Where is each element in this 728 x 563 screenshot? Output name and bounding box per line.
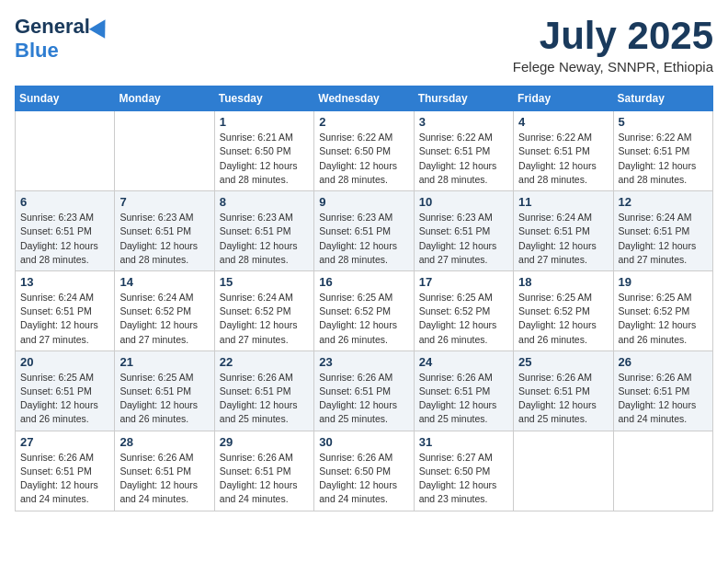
day-cell: 16Sunrise: 6:25 AMSunset: 6:52 PMDayligh… bbox=[314, 270, 414, 350]
day-detail: Sunrise: 6:26 AMSunset: 6:51 PMDaylight:… bbox=[119, 451, 209, 507]
day-detail: Sunrise: 6:26 AMSunset: 6:51 PMDaylight:… bbox=[518, 371, 608, 427]
day-cell bbox=[514, 431, 613, 511]
day-cell: 12Sunrise: 6:24 AMSunset: 6:51 PMDayligh… bbox=[613, 191, 712, 271]
day-number: 6 bbox=[20, 195, 109, 209]
day-detail: Sunrise: 6:26 AMSunset: 6:51 PMDaylight:… bbox=[20, 451, 109, 507]
day-cell: 31Sunrise: 6:27 AMSunset: 6:50 PMDayligh… bbox=[414, 431, 513, 511]
day-cell: 11Sunrise: 6:24 AMSunset: 6:51 PMDayligh… bbox=[514, 191, 613, 271]
day-cell: 8Sunrise: 6:23 AMSunset: 6:51 PMDaylight… bbox=[214, 191, 313, 271]
day-number: 30 bbox=[319, 435, 408, 449]
day-cell: 7Sunrise: 6:23 AMSunset: 6:51 PMDaylight… bbox=[115, 191, 214, 271]
day-number: 11 bbox=[518, 195, 608, 209]
day-number: 19 bbox=[619, 275, 708, 289]
day-cell: 15Sunrise: 6:24 AMSunset: 6:52 PMDayligh… bbox=[214, 270, 313, 350]
day-number: 28 bbox=[119, 435, 209, 449]
day-cell: 19Sunrise: 6:25 AMSunset: 6:52 PMDayligh… bbox=[613, 270, 712, 350]
day-detail: Sunrise: 6:22 AMSunset: 6:50 PMDaylight:… bbox=[319, 131, 408, 187]
day-cell: 20Sunrise: 6:25 AMSunset: 6:51 PMDayligh… bbox=[16, 350, 115, 431]
day-detail: Sunrise: 6:27 AMSunset: 6:50 PMDaylight:… bbox=[419, 451, 508, 507]
day-detail: Sunrise: 6:26 AMSunset: 6:51 PMDaylight:… bbox=[220, 451, 309, 507]
day-cell: 17Sunrise: 6:25 AMSunset: 6:52 PMDayligh… bbox=[414, 270, 513, 350]
day-cell: 26Sunrise: 6:26 AMSunset: 6:51 PMDayligh… bbox=[613, 350, 712, 431]
day-cell: 28Sunrise: 6:26 AMSunset: 6:51 PMDayligh… bbox=[115, 431, 214, 511]
day-number: 8 bbox=[220, 195, 309, 209]
day-number: 3 bbox=[419, 115, 508, 129]
day-detail: Sunrise: 6:23 AMSunset: 6:51 PMDaylight:… bbox=[119, 211, 209, 267]
day-detail: Sunrise: 6:25 AMSunset: 6:52 PMDaylight:… bbox=[319, 291, 408, 347]
col-header-sunday: Sunday bbox=[16, 86, 115, 111]
day-detail: Sunrise: 6:24 AMSunset: 6:51 PMDaylight:… bbox=[619, 211, 708, 267]
day-detail: Sunrise: 6:23 AMSunset: 6:51 PMDaylight:… bbox=[220, 211, 309, 267]
header-row: SundayMondayTuesdayWednesdayThursdayFrid… bbox=[16, 86, 713, 111]
day-number: 27 bbox=[20, 435, 109, 449]
day-cell: 23Sunrise: 6:26 AMSunset: 6:51 PMDayligh… bbox=[314, 350, 414, 431]
day-cell: 5Sunrise: 6:22 AMSunset: 6:51 PMDaylight… bbox=[613, 111, 712, 191]
day-detail: Sunrise: 6:26 AMSunset: 6:51 PMDaylight:… bbox=[220, 371, 309, 427]
day-number: 1 bbox=[220, 115, 309, 129]
day-cell: 6Sunrise: 6:23 AMSunset: 6:51 PMDaylight… bbox=[16, 191, 115, 271]
day-cell: 3Sunrise: 6:22 AMSunset: 6:51 PMDaylight… bbox=[414, 111, 513, 191]
logo-blue: Blue bbox=[15, 39, 59, 63]
col-header-wednesday: Wednesday bbox=[314, 86, 414, 111]
day-number: 5 bbox=[619, 115, 708, 129]
col-header-friday: Friday bbox=[514, 86, 613, 111]
week-row-4: 20Sunrise: 6:25 AMSunset: 6:51 PMDayligh… bbox=[16, 350, 713, 431]
month-title: July 2025 bbox=[513, 15, 713, 57]
day-cell: 27Sunrise: 6:26 AMSunset: 6:51 PMDayligh… bbox=[16, 431, 115, 511]
day-detail: Sunrise: 6:21 AMSunset: 6:50 PMDaylight:… bbox=[220, 131, 309, 187]
day-number: 13 bbox=[20, 275, 109, 289]
day-cell: 21Sunrise: 6:25 AMSunset: 6:51 PMDayligh… bbox=[115, 350, 214, 431]
day-number: 25 bbox=[518, 355, 608, 369]
day-number: 12 bbox=[619, 195, 708, 209]
day-number: 7 bbox=[119, 195, 209, 209]
day-number: 20 bbox=[20, 355, 109, 369]
day-number: 26 bbox=[619, 355, 708, 369]
day-detail: Sunrise: 6:25 AMSunset: 6:52 PMDaylight:… bbox=[518, 291, 608, 347]
logo-general: General bbox=[15, 15, 90, 39]
day-cell: 1Sunrise: 6:21 AMSunset: 6:50 PMDaylight… bbox=[214, 111, 313, 191]
day-number: 2 bbox=[319, 115, 408, 129]
col-header-saturday: Saturday bbox=[613, 86, 712, 111]
day-cell: 13Sunrise: 6:24 AMSunset: 6:51 PMDayligh… bbox=[16, 270, 115, 350]
calendar-table: SundayMondayTuesdayWednesdayThursdayFrid… bbox=[15, 86, 713, 511]
day-cell: 30Sunrise: 6:26 AMSunset: 6:50 PMDayligh… bbox=[314, 431, 414, 511]
week-row-5: 27Sunrise: 6:26 AMSunset: 6:51 PMDayligh… bbox=[16, 431, 713, 511]
day-detail: Sunrise: 6:24 AMSunset: 6:52 PMDaylight:… bbox=[220, 291, 309, 347]
logo-triangle-icon bbox=[89, 15, 113, 39]
day-cell: 2Sunrise: 6:22 AMSunset: 6:50 PMDaylight… bbox=[314, 111, 414, 191]
day-detail: Sunrise: 6:22 AMSunset: 6:51 PMDaylight:… bbox=[518, 131, 608, 187]
day-detail: Sunrise: 6:24 AMSunset: 6:51 PMDaylight:… bbox=[518, 211, 608, 267]
day-detail: Sunrise: 6:22 AMSunset: 6:51 PMDaylight:… bbox=[419, 131, 508, 187]
day-number: 14 bbox=[119, 275, 209, 289]
day-number: 10 bbox=[419, 195, 508, 209]
day-number: 23 bbox=[319, 355, 408, 369]
page-header: General Blue July 2025 Felege Neway, SNN… bbox=[15, 15, 713, 75]
day-detail: Sunrise: 6:25 AMSunset: 6:52 PMDaylight:… bbox=[419, 291, 508, 347]
day-cell: 24Sunrise: 6:26 AMSunset: 6:51 PMDayligh… bbox=[414, 350, 513, 431]
day-detail: Sunrise: 6:22 AMSunset: 6:51 PMDaylight:… bbox=[619, 131, 708, 187]
day-detail: Sunrise: 6:23 AMSunset: 6:51 PMDaylight:… bbox=[20, 211, 109, 267]
day-cell bbox=[16, 111, 115, 191]
day-cell: 10Sunrise: 6:23 AMSunset: 6:51 PMDayligh… bbox=[414, 191, 513, 271]
week-row-1: 1Sunrise: 6:21 AMSunset: 6:50 PMDaylight… bbox=[16, 111, 713, 191]
week-row-3: 13Sunrise: 6:24 AMSunset: 6:51 PMDayligh… bbox=[16, 270, 713, 350]
day-detail: Sunrise: 6:23 AMSunset: 6:51 PMDaylight:… bbox=[419, 211, 508, 267]
col-header-tuesday: Tuesday bbox=[214, 86, 313, 111]
col-header-monday: Monday bbox=[115, 86, 214, 111]
day-detail: Sunrise: 6:25 AMSunset: 6:52 PMDaylight:… bbox=[619, 291, 708, 347]
day-number: 21 bbox=[119, 355, 209, 369]
day-detail: Sunrise: 6:23 AMSunset: 6:51 PMDaylight:… bbox=[319, 211, 408, 267]
day-number: 9 bbox=[319, 195, 408, 209]
day-detail: Sunrise: 6:25 AMSunset: 6:51 PMDaylight:… bbox=[119, 371, 209, 427]
day-cell: 9Sunrise: 6:23 AMSunset: 6:51 PMDaylight… bbox=[314, 191, 414, 271]
title-area: July 2025 Felege Neway, SNNPR, Ethiopia bbox=[513, 15, 713, 75]
location: Felege Neway, SNNPR, Ethiopia bbox=[513, 59, 713, 75]
day-number: 29 bbox=[220, 435, 309, 449]
day-cell: 14Sunrise: 6:24 AMSunset: 6:52 PMDayligh… bbox=[115, 270, 214, 350]
day-detail: Sunrise: 6:26 AMSunset: 6:51 PMDaylight:… bbox=[319, 371, 408, 427]
logo: General Blue bbox=[15, 15, 110, 63]
day-number: 31 bbox=[419, 435, 508, 449]
col-header-thursday: Thursday bbox=[414, 86, 513, 111]
day-detail: Sunrise: 6:26 AMSunset: 6:51 PMDaylight:… bbox=[419, 371, 508, 427]
day-number: 17 bbox=[419, 275, 508, 289]
